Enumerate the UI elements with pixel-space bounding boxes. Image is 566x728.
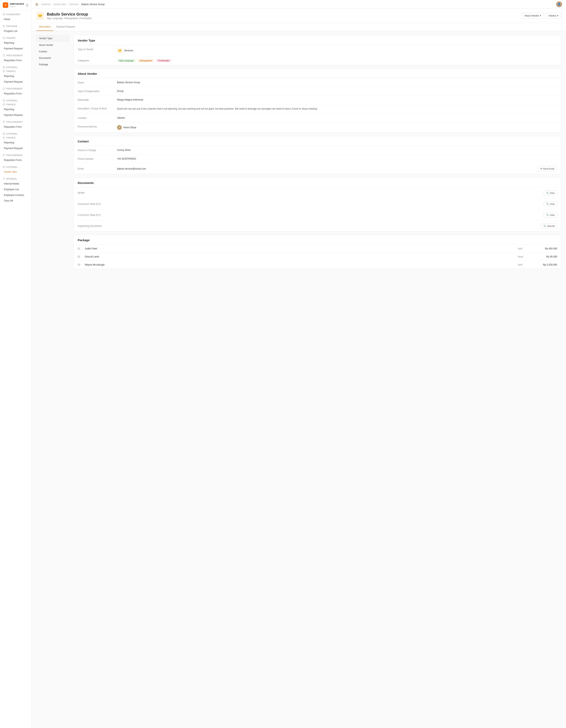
field-location: Location Jakarta [74,114,561,122]
sidebar-item-reporting-3[interactable]: Reporting [1,107,30,112]
npwp-label: NPWP [78,191,117,194]
description-value: Quick-win can you put it into a banner t… [117,107,557,111]
hamburger-button[interactable]: ☰ [26,3,29,7]
type-of-vendor-value: 🤝 Services [117,48,557,53]
send-email-label: Send Email [543,168,554,170]
sidebar-item-program-list[interactable]: Program List [1,28,30,34]
phone-value: +62 81287540932 [117,157,557,160]
field-categories: Categories Sign Language Videographer Pr… [74,56,561,65]
breadcrumb-services[interactable]: Services [69,3,78,6]
sidebar-item-internal-needs[interactable]: Internal Needs [1,181,30,186]
person-avatar: H [117,125,122,130]
field-recommended-by: Recommended by H Hanin Dhiya [74,122,561,133]
sidebar-item-employee-contract[interactable]: Employee Contract [1,192,30,198]
svg-rect-5 [3,26,5,26]
logo-area: S SIMPUSKAPA v1.2.9 ☰ [0,0,31,10]
left-nav-vendor-type[interactable]: Vendor Type [36,35,70,42]
vendor-icon: 🤝 [36,12,44,20]
about-vendor-button[interactable]: About Vendor ▾ [522,13,544,19]
vendor-type-text: Services [124,49,133,52]
user-avatar[interactable]: 👤 [556,1,562,7]
breadcrumb-home[interactable]: 🏠 [35,3,38,6]
sidebar-item-requisition-2[interactable]: Requisition Form [1,91,30,96]
cv2-label: Curriculum Vitae (CV) [78,213,117,216]
svg-rect-17 [3,155,5,156]
sidebar-item-requisition-1[interactable]: Requisition Form [1,58,30,63]
npwp-view-button[interactable]: 🔍 View [544,190,557,196]
actions-button[interactable]: Actions ▾ [546,13,561,19]
sidebar-item-payment-request-1[interactable]: Payment Request [1,46,30,51]
name-label: Name [78,81,117,84]
package-price-2: Rp 95.000 [534,255,557,258]
field-cv-1: Curriculum Vitae (CV) 🔍 View [74,198,561,209]
svg-rect-0 [3,13,4,14]
breadcrumb-external[interactable]: External [41,3,50,6]
package-num-3: 03 [78,263,85,266]
view-icon-2: 🔍 [546,203,549,205]
package-unit-2: /hour [518,255,534,258]
send-email-button[interactable]: ✉ Send Email [537,166,557,171]
left-nav-contact[interactable]: Contact [36,48,70,55]
vendor-info: Babulo Service Group Sign Language, Vide… [47,12,92,20]
cv1-view-button[interactable]: 🔍 View [544,201,557,207]
sidebar-item-home[interactable]: Home [1,17,30,22]
package-section: Package 01 Judith Patel /unit Rp 450.000… [74,235,561,269]
sidebar-item-time-off[interactable]: Time Off [1,198,30,204]
field-npwp: NPWP 🔍 View [74,187,561,198]
cv1-view-label: View [550,203,555,205]
svg-rect-6 [3,27,5,27]
section-label-external-2: EXTERNAL [0,97,31,102]
sidebar-item-requisition-4[interactable]: Requisition Form [1,157,30,163]
field-cv-2: Curriculum Vitae (CV) 🔍 View [74,209,561,221]
supporting-docs-view-all-label: View All [547,225,555,227]
supporting-docs-view-all-button[interactable]: 🔍 View All [541,223,557,229]
categories-label: Categories [78,59,117,62]
sidebar-item-payment-request-4[interactable]: Payment Request [1,146,30,151]
field-email: Email babulo.service@icloud.com ✉ Send E… [74,163,561,174]
package-name-2: Driscoll Lamb [85,255,518,258]
sidebar-item-requisition-3[interactable]: Requisition Form [1,124,30,130]
package-price-3: Rp 3.250.000 [534,263,557,266]
left-nav-package[interactable]: Package [36,61,70,68]
cv2-view-button[interactable]: 🔍 View [544,212,557,218]
tag-sign-language: Sign Language [117,59,136,62]
sidebar-item-payment-request-3[interactable]: Payment Request [1,112,30,118]
services-icon: 🤝 [117,48,123,53]
vendor-type-title: Vendor Type [74,35,561,45]
svg-rect-14 [3,121,5,123]
sidebar-item-employee-list[interactable]: Employee List [1,187,30,192]
section-label-finance-4: FINANCE [0,136,31,140]
phone-label: Phone Number [78,157,117,160]
field-phone: Phone Number +62 81287540932 [74,155,561,163]
sidebar-item-reporting-2[interactable]: Reporting [1,73,30,79]
sidebar-item-payment-request-2[interactable]: Payment Request [1,79,30,85]
about-vendor-chevron: ▾ [540,14,541,17]
content-area: Vendor Type About Vendor Contact Documen… [31,31,566,276]
left-nav-about-vendor[interactable]: About Vendor [36,42,70,48]
section-label-finance-1: FINANCE [0,34,31,40]
package-name-1: Judith Patel [85,247,518,250]
sidebar-item-vendor-adm[interactable]: Vendor Adm [1,169,30,175]
person-name: Hanin Dhiya [123,126,136,129]
view-all-icon: 🔍 [543,225,546,227]
person-badge: H Hanin Dhiya [117,125,557,130]
package-unit-3: /unit [518,263,534,266]
section-label-procurement-4: PROCUREMENT [0,151,31,157]
breadcrumb-vendor-adm[interactable]: Vendor Adm [53,3,66,6]
tab-information[interactable]: Information [36,23,53,31]
vendor-subtitle: Sign Language, Videographer, Proofreader [47,17,92,20]
field-name: Name Babulo Service Group [74,78,561,87]
package-price-1: Rp 450.000 [534,247,557,250]
org-type-label: Type of Organization [78,90,117,93]
section-label-external-4: EXTERNAL [0,163,31,169]
pic-value: Correy Strick [117,149,557,151]
sidebar-item-reporting-4[interactable]: Reporting [1,140,30,145]
left-nav-documents[interactable]: Documents [36,55,70,61]
view-icon-3: 🔍 [546,214,549,216]
tab-payment-request[interactable]: Payment Request [53,23,78,31]
section-label-procurement-3: PROCUREMENT [0,118,31,124]
sidebar-item-reporting-1[interactable]: Reporting [1,40,30,46]
actions-label: Actions [548,14,556,17]
tag-proofreader: Proofreader [156,59,171,62]
vendor-type-section: Vendor Type Type of Vendor 🤝 Services Ca… [74,35,561,65]
